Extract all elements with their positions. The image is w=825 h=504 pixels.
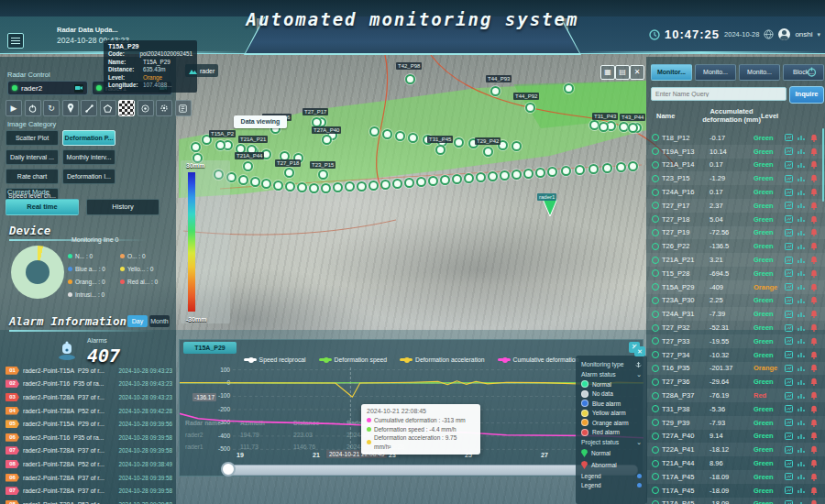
monitor-point-marker[interactable] — [380, 180, 390, 190]
monitor-point-marker[interactable] — [575, 165, 585, 175]
alarm-bell-icon[interactable] — [810, 445, 818, 454]
monitor-tab[interactable]: Monitor... — [651, 64, 692, 81]
chart-icon[interactable] — [785, 365, 793, 372]
monitor-tab[interactable]: Monito... — [739, 64, 780, 81]
menu-icon[interactable] — [7, 33, 24, 49]
monitor-point-marker[interactable] — [404, 178, 414, 188]
chart-icon[interactable] — [785, 283, 793, 290]
power-icon[interactable] — [25, 100, 41, 116]
monitor-point-marker[interactable] — [395, 131, 405, 141]
monitor-point-marker[interactable] — [547, 167, 557, 177]
alarm-bell-icon[interactable] — [810, 134, 818, 142]
monitor-point-marker[interactable] — [357, 181, 367, 192]
chart-icon[interactable] — [785, 257, 793, 264]
trend-icon[interactable] — [798, 134, 806, 141]
chart-icon[interactable] — [785, 446, 793, 454]
monitor-point-marker[interactable] — [321, 183, 331, 193]
monitor-point-marker[interactable] — [454, 137, 464, 148]
table-row[interactable]: T24A_P16 0.17 Green — [646, 185, 825, 199]
alarm-bell-icon[interactable] — [810, 242, 818, 250]
trend-icon[interactable] — [798, 215, 806, 223]
trend-icon[interactable] — [798, 378, 806, 386]
alarm-bell-icon[interactable] — [810, 310, 818, 318]
trend-icon[interactable] — [798, 311, 806, 318]
monitor-point-marker[interactable] — [616, 162, 626, 172]
chart-point-tab[interactable]: T15A_P29 — [183, 342, 236, 354]
alarm-list-item[interactable]: 08 rader1-Point-T28A_P52 of r... 2024-10… — [6, 457, 172, 471]
trend-icon[interactable] — [798, 257, 806, 264]
chart-icon[interactable] — [785, 148, 793, 155]
table-row[interactable]: T15_P28 -694.5 Green — [646, 267, 825, 280]
monitor-point-marker[interactable] — [628, 161, 638, 171]
project-status-header[interactable]: Project status ⌄ — [581, 437, 642, 447]
alarm-bell-icon[interactable] — [810, 160, 818, 169]
table-row[interactable]: T27_P32 -52.31 Green — [646, 321, 825, 334]
alarm-bell-icon[interactable] — [810, 269, 818, 278]
trend-icon[interactable] — [798, 365, 806, 372]
trend-icon[interactable] — [798, 269, 806, 277]
monitor-point-marker[interactable] — [452, 174, 462, 184]
category-button[interactable]: Deformation I... — [62, 169, 116, 184]
monitor-point-marker[interactable] — [525, 103, 535, 113]
inquire-button[interactable]: Inquire — [789, 86, 824, 104]
monitor-point-tag[interactable]: T43_P44 — [620, 114, 645, 121]
alarm-bell-icon[interactable] — [810, 215, 818, 224]
chart-icon[interactable] — [785, 175, 793, 182]
trend-icon[interactable] — [798, 500, 806, 504]
trend-icon[interactable] — [798, 283, 806, 290]
day-button[interactable]: Day — [127, 315, 148, 327]
monitor-tab[interactable]: Block... — [783, 64, 824, 81]
monitor-point-marker[interactable] — [322, 135, 332, 145]
alarm-bell-icon[interactable] — [810, 419, 818, 427]
alarm-bell-icon[interactable] — [810, 351, 818, 359]
monitor-point-tag[interactable]: T44_P93 — [486, 75, 512, 82]
alarm-bell-icon[interactable] — [810, 405, 818, 413]
alarm-list-item[interactable]: 05 rader2-Point-T15A_P29 of r... 2024-10… — [6, 417, 172, 431]
slider-handle[interactable] — [221, 462, 236, 477]
monitor-point-tag[interactable]: T27_P17 — [302, 108, 328, 115]
table-row[interactable]: T16_P35 -201.37 Orange — [646, 362, 825, 376]
monitor-point-marker[interactable] — [368, 181, 379, 191]
table-row[interactable]: T23A_P30 2.25 Green — [646, 294, 825, 308]
monitor-point-marker[interactable] — [408, 133, 418, 143]
monitor-point-marker[interactable] — [273, 181, 283, 191]
monitor-point-marker[interactable] — [464, 173, 474, 183]
monitor-point-marker[interactable] — [599, 122, 609, 132]
refresh-icon[interactable]: ↻ — [43, 100, 60, 116]
table-row[interactable]: T21A_P44 8.96 Green — [646, 456, 825, 470]
monitor-point-marker[interactable] — [318, 170, 328, 180]
language-icon[interactable] — [764, 29, 774, 39]
monitoring-type-header[interactable]: Monitoring type — [581, 359, 642, 369]
monitor-point-marker[interactable] — [261, 179, 271, 189]
table-row[interactable]: T27_P33 -19.55 Green — [646, 334, 825, 348]
table-row[interactable]: T23_P15 -1.29 Green — [646, 171, 825, 185]
panel-settings-icon[interactable] — [175, 100, 192, 116]
monitor-point-tag[interactable]: T15A_P2 — [209, 130, 236, 137]
alarm-bell-icon[interactable] — [810, 283, 818, 291]
mode-button[interactable]: History — [86, 199, 160, 215]
checker-fill-icon[interactable] — [118, 100, 135, 116]
monitor-point-marker[interactable] — [284, 168, 294, 178]
chart-icon[interactable] — [785, 433, 793, 440]
table-row[interactable]: T21A_P14 0.17 Green — [646, 159, 825, 172]
monitor-point-marker[interactable] — [435, 145, 446, 155]
trend-icon[interactable] — [798, 392, 806, 400]
user-name[interactable]: onshi — [795, 30, 812, 38]
alarm-bell-icon[interactable] — [810, 337, 818, 345]
alarm-list-item[interactable]: 03 rader2-Point-T28A_P37 of r... 2024-10… — [6, 390, 172, 404]
chart-icon[interactable] — [785, 297, 793, 304]
trend-icon[interactable] — [798, 433, 806, 440]
chart-icon[interactable] — [785, 473, 793, 480]
line-tool-icon[interactable] — [81, 100, 97, 116]
monitor-point-marker[interactable] — [428, 176, 438, 186]
monitor-point-marker[interactable] — [250, 177, 260, 187]
alarm-bell-icon[interactable] — [810, 188, 818, 196]
alarm-bell-icon[interactable] — [810, 499, 818, 504]
grid-icon[interactable]: ▦ — [600, 65, 615, 80]
monitor-point-marker[interactable] — [238, 175, 248, 185]
trend-icon[interactable] — [798, 473, 806, 480]
monitor-point-marker[interactable] — [512, 170, 522, 180]
trend-icon[interactable] — [798, 487, 806, 494]
table-row[interactable]: T27_P19 -72.56 Green — [646, 226, 825, 240]
monitor-point-marker[interactable] — [628, 123, 638, 133]
